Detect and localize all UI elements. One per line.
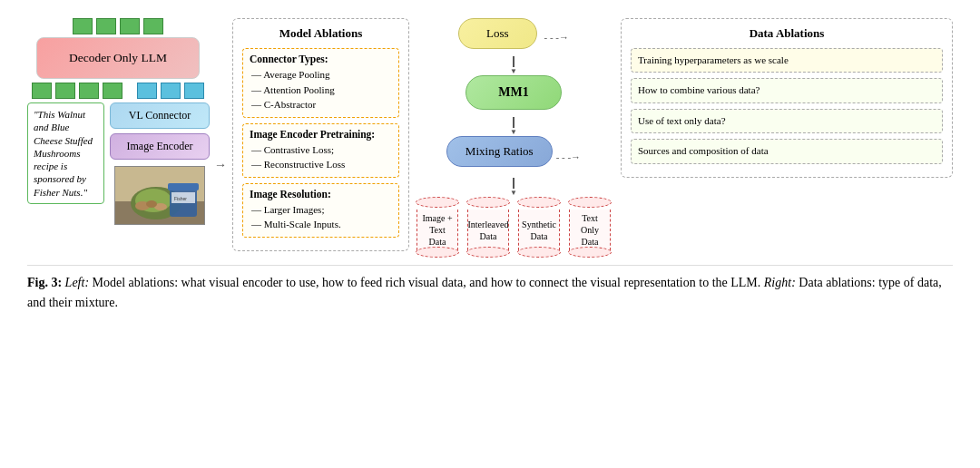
cyl2-body: Interleaved Data — [467, 210, 509, 250]
connector-types-group: Connector Types: — Average Pooling — Att… — [242, 48, 399, 118]
right-arrow-1: → — [214, 158, 227, 172]
data-ablation-text-1: Training hyperparameters as we scale — [638, 54, 789, 65]
v-line-2 — [513, 117, 514, 128]
v-line-3 — [513, 178, 514, 189]
cyl4-bottom — [568, 247, 612, 258]
food-image: Fisher — [114, 166, 205, 225]
image-resolution-group: Image Resolution: — Larger Images; — Mul… — [242, 183, 399, 238]
encoder-item-2: — Reconstructive Loss — [251, 157, 392, 172]
connector-item-3: — C-Abstractor — [251, 97, 392, 112]
connector-encoder-stack: VL Connector Image Encoder — [110, 102, 210, 225]
loss-right-arrow: - - -→ — [544, 32, 570, 43]
resolution-item-2: — Multi-Scale Inputs. — [251, 217, 392, 232]
caption-right-label: Right: — [764, 276, 796, 289]
mid-green-4 — [103, 83, 122, 99]
cyl3-label: Synthetic Data — [522, 219, 556, 242]
center-column: Loss - - -→ ▼ MM1 ▼ Mixing Ratios - - -→… — [423, 18, 604, 258]
cyl2-bottom — [466, 247, 510, 258]
data-ablation-item-4: Sources and composition of data — [631, 139, 943, 163]
mid-blue-2 — [161, 83, 181, 99]
cyl1-body: Image + Text Data — [416, 210, 458, 250]
quote-text: "This Walnut and Blue Cheese Stuffed Mus… — [34, 109, 93, 198]
loss-box: Loss — [458, 18, 537, 49]
cyl1-label: Image + Text Data — [420, 212, 455, 248]
image-encoder-label: Image Encoder — [127, 140, 193, 152]
caption-left-text: Model ablations: what visual encoder to … — [93, 276, 761, 289]
lower-left: "This Walnut and Blue Cheese Stuffed Mus… — [27, 102, 209, 225]
model-ablations-box: Model Ablations Connector Types: — Avera… — [232, 18, 409, 251]
data-ablation-item-3: Use of text only data? — [631, 109, 943, 133]
encoder-item-1: — Contrastive Loss; — [251, 142, 392, 158]
mixing-right-arrow: - - -→ — [556, 151, 582, 162]
connector-item-2: — Attention Pooling — [251, 83, 392, 98]
decoder-llm-box: Decoder Only LLM — [36, 37, 200, 79]
model-ablations-panel: Model Ablations Connector Types: — Avera… — [232, 18, 405, 258]
gap-2 — [610, 18, 615, 258]
mid-green-1 — [32, 83, 52, 99]
main-diagram: Decoder Only LLM "This Walnut and Blue C… — [27, 18, 953, 258]
loss-row: Loss - - -→ — [458, 18, 569, 56]
green-block-3 — [120, 18, 140, 34]
vl-connector-label: VL Connector — [129, 109, 191, 122]
cyl3-bottom — [517, 247, 561, 258]
cylinder-1-wrapper: Image + Text Data — [416, 197, 459, 258]
mixing-ratios-label: Mixing Ratios — [466, 144, 534, 158]
cyl4-top — [568, 197, 612, 208]
connector-types-title: Connector Types: — [250, 54, 392, 64]
left-architecture: Decoder Only LLM "This Walnut and Blue C… — [27, 18, 209, 258]
green-block-4 — [143, 18, 163, 34]
cyl2-label: Interleaved Data — [468, 219, 509, 242]
mid-blue-1 — [137, 83, 157, 99]
loss-to-mm1 — [513, 56, 514, 67]
mixing-row: Mixing Ratios - - -→ — [446, 136, 581, 178]
cylinder-4-wrapper: Text Only Data — [568, 197, 612, 258]
mid-green-3 — [79, 83, 99, 99]
encoder-pretraining-title: Image Encoder Pretraining: — [250, 129, 392, 140]
svg-rect-5 — [168, 183, 199, 190]
data-ablation-text-4: Sources and composition of data — [638, 145, 769, 156]
cyl4-body: Text Only Data — [569, 210, 611, 250]
top-green-blocks — [73, 18, 163, 34]
cyl4-label: Text Only Data — [573, 212, 607, 248]
caption-prefix: Fig. 3: — [27, 276, 62, 289]
mid-blue-blocks — [137, 83, 204, 99]
green-block-2 — [96, 18, 116, 34]
svg-text:Fisher: Fisher — [174, 196, 187, 201]
mid-green-blocks — [32, 83, 122, 99]
data-cylinders: Image + Text Data Interleaved Data Synth… — [416, 197, 612, 258]
mm1-label: MM1 — [498, 85, 528, 99]
mixing-ratios-box: Mixing Ratios — [446, 136, 553, 167]
data-ablation-text-2: How to combine various data? — [638, 84, 760, 95]
left-to-ablation-arrow: → — [214, 18, 227, 258]
loss-label: Loss — [486, 26, 509, 40]
mm1-to-mixing — [513, 117, 514, 128]
model-ablations-title: Model Ablations — [242, 26, 399, 41]
cyl3-top — [517, 197, 561, 208]
mid-green-2 — [55, 83, 75, 99]
mid-blue-3 — [184, 83, 204, 99]
svg-point-10 — [146, 200, 157, 208]
quote-box: "This Walnut and Blue Cheese Stuffed Mus… — [27, 102, 104, 204]
resolution-item-1: — Larger Images; — [251, 202, 392, 218]
mm1-box: MM1 — [466, 75, 561, 110]
decoder-llm-label: Decoder Only LLM — [69, 51, 167, 64]
data-ablation-text-3: Use of text only data? — [638, 115, 726, 126]
mixing-to-cylinders — [513, 178, 514, 189]
cyl1-bottom — [416, 247, 459, 258]
green-block-1 — [73, 18, 93, 34]
cylinder-2-wrapper: Interleaved Data — [466, 197, 510, 258]
cyl2-top — [466, 197, 510, 208]
encoder-pretraining-group: Image Encoder Pretraining: — Contrastive… — [242, 123, 399, 178]
vl-connector-box: VL Connector — [110, 102, 210, 129]
cyl1-top — [416, 197, 459, 208]
data-ablation-item-1: Training hyperparameters as we scale — [631, 48, 943, 73]
data-ablations-panel: Data Ablations Training hyperparameters … — [621, 18, 953, 258]
cylinder-3-wrapper: Synthetic Data — [517, 197, 561, 258]
caption-left-label: Left: — [65, 276, 89, 289]
down-arrow-2: ▼ — [510, 128, 517, 136]
data-ablations-box: Data Ablations Training hyperparameters … — [621, 18, 953, 178]
data-ablations-title: Data Ablations — [631, 26, 943, 41]
mid-blocks — [32, 83, 204, 99]
cyl3-body: Synthetic Data — [518, 210, 560, 250]
figure-caption: Fig. 3: Left: Model ablations: what visu… — [27, 265, 953, 314]
